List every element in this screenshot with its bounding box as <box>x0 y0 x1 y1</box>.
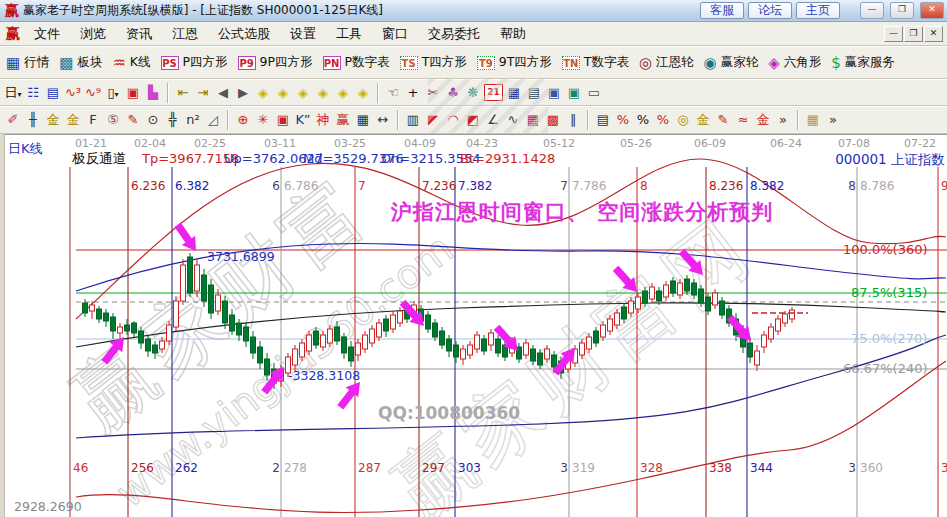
restore-button[interactable]: ❐ <box>890 2 914 19</box>
calculator-icon[interactable]: ▦ <box>505 84 523 102</box>
n-square-icon[interactable]: n² <box>184 111 202 129</box>
menu-help[interactable]: 帮助 <box>490 23 536 45</box>
menu-file[interactable]: 文件 <box>24 23 70 45</box>
panel-grid-icon[interactable]: ▦ <box>804 111 822 129</box>
width-measure-icon[interactable]: ↔ <box>374 111 392 129</box>
menu-tools[interactable]: 工具 <box>326 23 372 45</box>
brain-icon[interactable]: ❋ <box>464 84 482 102</box>
gann-grid-icon[interactable]: ╫ <box>24 111 42 129</box>
nine-p-square-button[interactable]: P99P四方形 <box>238 54 313 71</box>
winner-wheel-button[interactable]: ◉赢家轮 <box>704 54 759 71</box>
minimize-button[interactable]: — <box>860 2 884 19</box>
gold-icon[interactable]: 金 <box>64 111 82 129</box>
percent-line-icon[interactable]: % <box>654 111 672 129</box>
color-chart-icon[interactable]: ▙ <box>144 84 162 102</box>
save-web-icon[interactable]: ▣ <box>565 84 583 102</box>
diamond-star-icon[interactable]: ◈ <box>334 84 352 102</box>
mdi-close-button[interactable]: ✕ <box>924 26 943 42</box>
red-grid-icon[interactable]: ▦ <box>524 111 542 129</box>
arc-fan-icon[interactable]: ◠ <box>444 111 462 129</box>
report-icon[interactable]: ▤ <box>44 84 62 102</box>
hexagon-button[interactable]: ◈六角形 <box>768 54 821 71</box>
angle-icon[interactable]: ◿ <box>204 111 222 129</box>
kline-button[interactable]: ♒K线 <box>112 54 150 71</box>
hand-tool-icon[interactable]: ☜ <box>384 84 402 102</box>
menu-window[interactable]: 窗口 <box>372 23 418 45</box>
star-target-icon[interactable]: ✳ <box>254 111 272 129</box>
gold-grid-icon[interactable]: 金 <box>44 111 62 129</box>
parallel-lines-icon[interactable]: ∥ <box>564 111 582 129</box>
diamond-x-icon[interactable]: ◈ <box>314 84 332 102</box>
close-button[interactable]: ✕ <box>920 2 944 19</box>
stats-icon[interactable]: ▤ <box>594 111 612 129</box>
market-quotes-button[interactable]: ▦行情 <box>6 54 49 71</box>
gold-circle-icon[interactable]: ◎ <box>674 111 692 129</box>
menu-trade-order[interactable]: 交易委托 <box>418 23 490 45</box>
fib-grid-icon[interactable]: F <box>84 111 102 129</box>
t-square-button[interactable]: TST四方形 <box>400 54 467 71</box>
gold-red-icon[interactable]: 金 <box>754 111 772 129</box>
panel-overflow-icon[interactable]: » <box>824 111 842 129</box>
square-fan-icon[interactable]: ◩ <box>464 111 482 129</box>
diamond-cross-icon[interactable]: ◈ <box>354 84 372 102</box>
menu-news[interactable]: 资讯 <box>116 23 162 45</box>
support-button[interactable]: 客服 <box>700 2 744 19</box>
mdi-minimize-button[interactable]: — <box>884 26 903 42</box>
gold-line-icon[interactable]: 金 <box>694 111 712 129</box>
homepage-button[interactable]: 主页 <box>796 2 840 19</box>
gann-fan-icon[interactable]: ◤ <box>424 111 442 129</box>
scissors-icon[interactable]: ✂ <box>424 84 442 102</box>
last-bar-icon[interactable]: ⇥ <box>194 84 212 102</box>
trendline-icon[interactable]: ∠ <box>484 111 502 129</box>
next-bar-icon[interactable]: ▶ <box>234 84 252 102</box>
tree-icon[interactable]: ♣ <box>444 84 462 102</box>
wave-3-icon[interactable]: ∿³ <box>64 84 82 102</box>
ying-icon[interactable]: 赢 <box>334 111 352 129</box>
gann-wheel-button[interactable]: ◎江恩轮 <box>639 54 694 71</box>
t-number-table-button[interactable]: TNT数字表 <box>562 54 629 71</box>
toolbar-overflow-icon[interactable]: » <box>774 111 792 129</box>
p-number-table-button[interactable]: PNP数字表 <box>323 54 390 71</box>
period-day-icon[interactable]: 日▾ <box>4 84 22 102</box>
draw-icon[interactable]: ✎ <box>124 111 142 129</box>
ruler-icon[interactable]: ▥ <box>404 111 422 129</box>
zigzag-icon[interactable]: ∿ <box>504 111 522 129</box>
computer-icon[interactable]: ▭ <box>585 84 603 102</box>
percent-icon[interactable]: % <box>634 111 652 129</box>
layout-icon[interactable]: ☷ <box>24 84 42 102</box>
sector-blocks-button[interactable]: ▩板块 <box>59 54 102 71</box>
menu-settings[interactable]: 设置 <box>280 23 326 45</box>
menu-formula-stock-pick[interactable]: 公式选股 <box>208 23 280 45</box>
kline-chart-canvas[interactable]: 赢家财富www.yingjia360.com赢家财富网466.2362566.3… <box>0 135 947 517</box>
square-target-icon[interactable]: ▣ <box>274 111 292 129</box>
prev-bar-icon[interactable]: ◀ <box>214 84 232 102</box>
diamond-h-icon[interactable]: ◈ <box>294 84 312 102</box>
crosshair-icon[interactable]: + <box>404 84 422 102</box>
wave-9-icon[interactable]: ∿⁹ <box>84 84 102 102</box>
forum-button[interactable]: 论坛 <box>748 2 792 19</box>
notes-icon[interactable]: ▤ <box>525 84 543 102</box>
mdi-restore-button[interactable]: ❐ <box>904 26 923 42</box>
menu-gann[interactable]: 江恩 <box>162 23 208 45</box>
pattern-icon[interactable]: ▣ <box>124 84 142 102</box>
red-grid2-icon[interactable]: ▩ <box>544 111 562 129</box>
calendar-icon[interactable]: 21 <box>484 84 503 101</box>
brush-icon[interactable]: ✐ <box>4 111 22 129</box>
k-mark-icon[interactable]: K” <box>294 111 312 129</box>
diamond-left-icon[interactable]: ◈ <box>254 84 272 102</box>
diamond-right-icon[interactable]: ◈ <box>274 84 292 102</box>
winner-service-button[interactable]: $赢家服务 <box>831 54 895 71</box>
first-bar-icon[interactable]: ⇤ <box>174 84 192 102</box>
brush2-icon[interactable]: ✎ <box>714 111 732 129</box>
time-circle-icon[interactable]: ⊙ <box>144 111 162 129</box>
percent-triangle-icon[interactable]: % <box>614 111 632 129</box>
candle-style-icon[interactable]: ▯▾ <box>104 84 122 102</box>
save-icon[interactable]: ▣ <box>545 84 563 102</box>
p-square-button[interactable]: PSP四方形 <box>161 54 228 71</box>
grid-icon[interactable]: ╬ <box>164 111 182 129</box>
spiral-icon[interactable]: ⑤ <box>104 111 122 129</box>
shen-icon[interactable]: 神 <box>314 111 332 129</box>
nine-t-square-button[interactable]: T99T四方形 <box>477 54 552 71</box>
menu-browse[interactable]: 浏览 <box>70 23 116 45</box>
wave-tool-icon[interactable]: ≈ <box>734 111 752 129</box>
